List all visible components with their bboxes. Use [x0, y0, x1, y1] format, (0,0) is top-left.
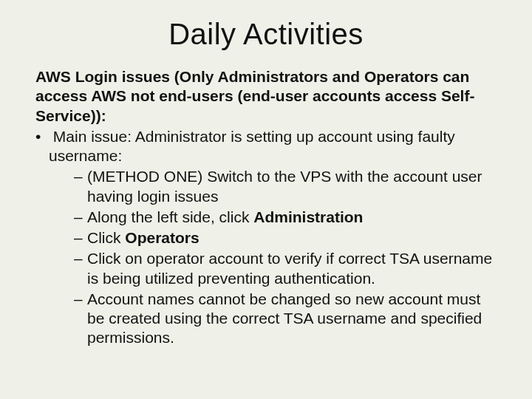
slide-body: AWS Login issues (Only Administrators an… — [35, 67, 497, 348]
main-issue-text: Main issue: Administrator is setting up … — [49, 128, 455, 164]
step-bold: Operators — [125, 229, 199, 246]
list-item: Account names cannot be changed so new a… — [74, 290, 497, 348]
slide-title: Daily Activities — [35, 18, 497, 51]
bullet-list-level2: (METHOD ONE) Switch to the VPS with the … — [49, 167, 497, 347]
step-text: Click on operator account to verify if c… — [87, 250, 492, 286]
list-item: Click on operator account to verify if c… — [74, 249, 497, 288]
lead-text: AWS Login issues (Only Administrators an… — [35, 67, 497, 126]
bullet-list-level1: Main issue: Administrator is setting up … — [35, 127, 497, 348]
list-item: Click Operators — [74, 228, 497, 248]
step-bold: Administration — [253, 208, 363, 225]
step-text: Along the left side, click — [87, 208, 253, 225]
step-text: (METHOD ONE) Switch to the VPS with the … — [87, 168, 482, 204]
list-item: Along the left side, click Administratio… — [74, 208, 497, 227]
slide: Daily Activities AWS Login issues (Only … — [0, 0, 532, 399]
list-item: (METHOD ONE) Switch to the VPS with the … — [74, 167, 497, 206]
step-text: Click — [87, 229, 125, 246]
list-item: Main issue: Administrator is setting up … — [49, 127, 497, 348]
step-text: Account names cannot be changed so new a… — [87, 290, 482, 347]
